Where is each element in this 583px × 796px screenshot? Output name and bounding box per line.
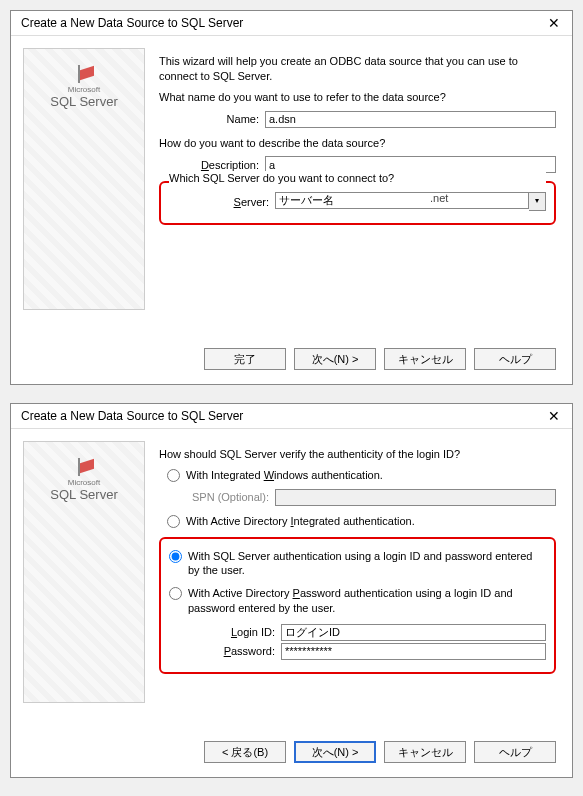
input-spn — [275, 489, 556, 506]
intro-text: This wizard will help you create an ODBC… — [159, 54, 556, 84]
input-name[interactable] — [265, 111, 556, 128]
question-server: Which SQL Server do you want to connect … — [169, 171, 546, 186]
radio-windows-auth-label: With Integrated Windows authentication. — [186, 468, 556, 483]
label-description: Description: — [189, 159, 259, 171]
radio-ad-integrated[interactable]: With Active Directory Integrated authent… — [167, 514, 556, 529]
input-login[interactable] — [281, 624, 546, 641]
server-suffix: .net — [430, 192, 448, 204]
question-description: How do you want to describe the data sou… — [159, 136, 556, 151]
label-spn: SPN (Optional): — [187, 491, 269, 503]
question-auth: How should SQL Server verify the authent… — [159, 447, 556, 462]
brand-microsoft: Microsoft — [24, 478, 144, 487]
radio-windows-auth[interactable]: With Integrated Windows authentication. — [167, 468, 556, 483]
cancel-button[interactable]: キャンセル — [384, 348, 466, 370]
close-icon[interactable]: ✕ — [544, 408, 564, 424]
wizard-sidebar-image: Microsoft SQL Server — [23, 48, 145, 310]
label-server: Server: — [199, 196, 269, 208]
back-button[interactable]: < 戻る(B) — [204, 741, 286, 763]
sqlserver-flag-icon — [74, 67, 94, 81]
login-highlight-box: With SQL Server authentication using a l… — [159, 537, 556, 674]
help-button[interactable]: ヘルプ — [474, 348, 556, 370]
wizard-step-1: Create a New Data Source to SQL Server ✕… — [10, 10, 573, 385]
radio-ad-integrated-input[interactable] — [167, 515, 180, 528]
radio-ad-password-input[interactable] — [169, 587, 182, 600]
wizard-sidebar-image: Microsoft SQL Server — [23, 441, 145, 703]
label-name: Name: — [189, 113, 259, 125]
radio-sql-auth-label: With SQL Server authentication using a l… — [188, 549, 546, 579]
dialog-title: Create a New Data Source to SQL Server — [21, 409, 243, 423]
label-password: Password: — [197, 645, 275, 657]
next-button[interactable]: 次へ(N) > — [294, 348, 376, 370]
radio-sql-auth[interactable]: With SQL Server authentication using a l… — [169, 549, 546, 579]
question-name: What name do you want to use to refer to… — [159, 90, 556, 105]
brand-sqlserver: SQL Server — [24, 94, 144, 109]
radio-ad-integrated-label: With Active Directory Integrated authent… — [186, 514, 556, 529]
radio-ad-password[interactable]: With Active Directory Password authentic… — [169, 586, 546, 616]
next-button[interactable]: 次へ(N) > — [294, 741, 376, 763]
brand-microsoft: Microsoft — [24, 85, 144, 94]
titlebar: Create a New Data Source to SQL Server ✕ — [11, 404, 572, 429]
radio-ad-password-label: With Active Directory Password authentic… — [188, 586, 546, 616]
radio-windows-auth-input[interactable] — [167, 469, 180, 482]
cancel-button[interactable]: キャンセル — [384, 741, 466, 763]
label-login: Login ID: — [197, 626, 275, 638]
close-icon[interactable]: ✕ — [544, 15, 564, 31]
chevron-down-icon[interactable]: ▾ — [529, 192, 546, 211]
help-button[interactable]: ヘルプ — [474, 741, 556, 763]
titlebar: Create a New Data Source to SQL Server ✕ — [11, 11, 572, 36]
input-password[interactable] — [281, 643, 546, 660]
sqlserver-flag-icon — [74, 460, 94, 474]
dialog-title: Create a New Data Source to SQL Server — [21, 16, 243, 30]
server-highlight-box: Which SQL Server do you want to connect … — [159, 181, 556, 225]
input-server[interactable] — [275, 192, 529, 209]
wizard-step-2: Create a New Data Source to SQL Server ✕… — [10, 403, 573, 778]
radio-sql-auth-input[interactable] — [169, 550, 182, 563]
finish-button[interactable]: 完了 — [204, 348, 286, 370]
server-combo[interactable]: .net ▾ — [275, 192, 546, 211]
brand-sqlserver: SQL Server — [24, 487, 144, 502]
